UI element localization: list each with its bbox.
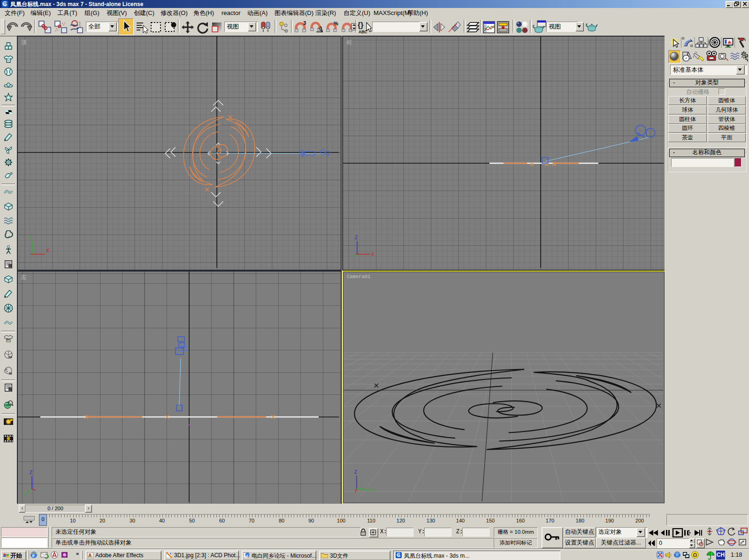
- svg-text:e: e: [246, 553, 248, 558]
- svg-text:Y: Y: [29, 235, 32, 240]
- svg-text:X: X: [371, 252, 374, 257]
- svg-text:Z: Z: [355, 235, 358, 240]
- svg-text:Camera01: Camera01: [347, 274, 370, 280]
- svg-text:{}: {}: [358, 21, 363, 29]
- svg-text:左: 左: [21, 274, 27, 280]
- svg-text:A: A: [88, 553, 92, 558]
- svg-text:Y: Y: [23, 492, 27, 498]
- svg-text:顶: 顶: [21, 39, 27, 45]
- svg-text:Z: Z: [30, 470, 32, 475]
- svg-text:前: 前: [346, 39, 352, 45]
- svg-text:ABC: ABC: [359, 30, 367, 34]
- svg-text:Z: Z: [354, 469, 357, 475]
- svg-text:3: 3: [303, 20, 306, 26]
- svg-text:Y: Y: [372, 488, 375, 493]
- svg-text:X: X: [46, 248, 49, 253]
- svg-text:%: %: [334, 21, 338, 26]
